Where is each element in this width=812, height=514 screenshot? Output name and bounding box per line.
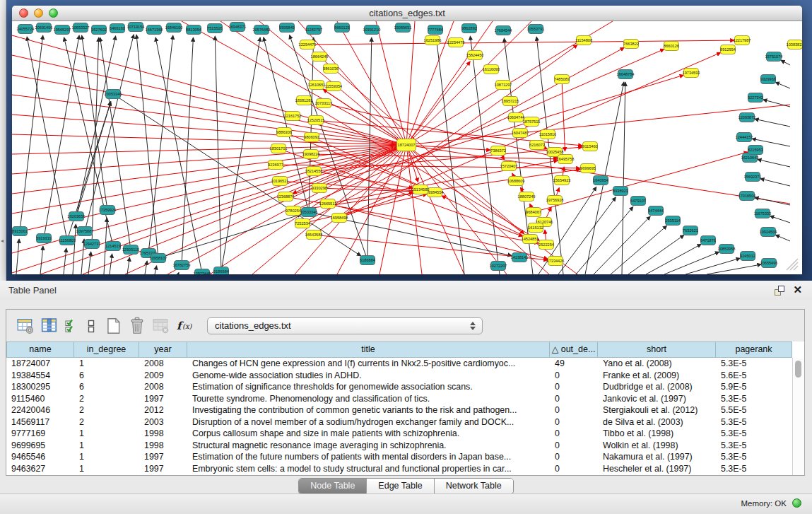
- graph-node[interactable]: 20576482: [253, 25, 271, 35]
- graph-node[interactable]: 14524851: [522, 235, 539, 244]
- graph-node[interactable]: 11675333: [754, 209, 771, 218]
- graph-node[interactable]: 9236977: [268, 160, 283, 170]
- graph-node[interactable]: 7515526: [207, 24, 223, 33]
- graph-node[interactable]: 16543588: [305, 230, 323, 240]
- graph-node[interactable]: 8215953: [748, 146, 763, 155]
- graph-node[interactable]: 9699695: [580, 164, 596, 173]
- graph-node[interactable]: 16946371: [229, 23, 247, 32]
- graph-node[interactable]: 17016504: [739, 192, 756, 201]
- graph-node[interactable]: 16846100: [165, 23, 183, 33]
- graph-node[interactable]: 20691406: [35, 23, 53, 33]
- graph-node[interactable]: 12254470: [299, 40, 317, 49]
- function-builder-button[interactable]: f (x): [173, 315, 197, 337]
- graph-node[interactable]: 9684067: [526, 208, 541, 217]
- graph-node[interactable]: 7777484: [428, 25, 443, 35]
- graph-node[interactable]: 8912954: [720, 45, 736, 54]
- graph-node[interactable]: 16495758: [557, 155, 575, 164]
- close-panel-icon[interactable]: ✕: [793, 284, 802, 296]
- graph-node[interactable]: 9330298: [312, 184, 327, 193]
- column-header-title[interactable]: title: [187, 341, 550, 358]
- show-columns-button[interactable]: [37, 315, 61, 337]
- clear-selection-button[interactable]: [81, 315, 101, 337]
- graph-node[interactable]: 9595849: [279, 23, 295, 33]
- graph-node[interactable]: 12217987: [734, 36, 751, 45]
- graph-node[interactable]: 17684544: [495, 26, 512, 35]
- graph-node[interactable]: 16251986: [424, 36, 442, 45]
- zoom-window-button[interactable]: [49, 8, 58, 18]
- graph-node[interactable]: 12368874: [277, 192, 295, 201]
- graph-node[interactable]: 7252534: [295, 219, 310, 228]
- tab-edge-table[interactable]: Edge Table: [367, 479, 434, 493]
- graph-node[interactable]: 6186884: [360, 256, 375, 265]
- graph-node[interactable]: 20533346: [300, 208, 318, 217]
- graph-node[interactable]: 10871297: [495, 81, 512, 90]
- graph-node[interactable]: 12923448: [194, 269, 211, 275]
- graph-node[interactable]: 15134585: [412, 185, 430, 194]
- graph-node[interactable]: 9329966: [760, 75, 776, 84]
- graph-node[interactable]: 9862892: [461, 24, 477, 33]
- graph-node[interactable]: 14671368: [146, 25, 163, 35]
- graph-node[interactable]: 12665512: [319, 199, 337, 209]
- graph-node[interactable]: 10655496: [760, 259, 778, 268]
- graph-node[interactable]: 11156803: [59, 236, 76, 245]
- graph-node[interactable]: 10975887: [76, 227, 94, 236]
- graph-node[interactable]: 7485083: [554, 75, 570, 84]
- graph-node[interactable]: 9861036: [323, 64, 339, 74]
- column-header-year[interactable]: year: [139, 341, 187, 358]
- graph-node[interactable]: 16116093: [483, 65, 500, 74]
- graph-node[interactable]: 9227342: [748, 93, 763, 103]
- graph-node[interactable]: 8660126: [664, 42, 679, 51]
- graph-node[interactable]: 8915061: [12, 227, 28, 236]
- graph-node[interactable]: 8938923: [613, 187, 628, 196]
- table-row[interactable]: 977716911998Corpus callosum shape and si…: [6, 428, 792, 440]
- graph-node[interactable]: 8471876: [700, 236, 716, 245]
- graph-node[interactable]: 18301701: [270, 144, 288, 153]
- graph-node[interactable]: 9886306: [276, 128, 292, 137]
- column-header-name[interactable]: name: [6, 341, 74, 358]
- minimize-window-button[interactable]: [34, 8, 43, 18]
- graph-node[interactable]: 12161752: [284, 112, 302, 121]
- graph-node[interactable]: 1640954: [593, 176, 608, 185]
- column-header-in_degree[interactable]: in_degree: [74, 341, 139, 358]
- graph-node[interactable]: 18724007: [397, 139, 416, 151]
- select-all-button[interactable]: [61, 315, 81, 337]
- graph-node[interactable]: 1214519: [105, 242, 121, 251]
- graph-node[interactable]: 10719154: [127, 23, 145, 32]
- graph-node[interactable]: 17359924: [99, 206, 117, 215]
- graph-node[interactable]: 18664249: [311, 52, 329, 62]
- column-header-short[interactable]: short: [598, 341, 716, 358]
- graph-node[interactable]: 16958498: [331, 214, 348, 223]
- graph-node[interactable]: 9186984: [213, 267, 229, 275]
- graph-node[interactable]: 19098224: [302, 150, 320, 159]
- graph-node[interactable]: 11154808: [575, 36, 592, 45]
- graph-node[interactable]: 18807249: [518, 192, 536, 201]
- graph-node[interactable]: 10653327: [72, 23, 90, 33]
- graph-node[interactable]: 19565297: [54, 25, 71, 35]
- graph-node[interactable]: 10196521: [271, 177, 289, 186]
- graph-node[interactable]: 2522254: [539, 240, 554, 250]
- graph-node[interactable]: 18381281: [295, 96, 313, 105]
- graph-node[interactable]: 6216073: [529, 141, 545, 150]
- graph-node[interactable]: 3919319: [36, 234, 52, 243]
- table-row[interactable]: 2242004622012Investigating the contribut…: [6, 404, 792, 416]
- graph-node[interactable]: 20733117: [315, 99, 332, 108]
- graph-node[interactable]: 1527602: [91, 25, 107, 35]
- graph-node[interactable]: 10272207: [490, 262, 507, 271]
- graph-node[interactable]: 15824450: [466, 51, 484, 60]
- graph-node[interactable]: 16648784: [617, 70, 635, 79]
- graph-node[interactable]: 12444157: [736, 133, 753, 142]
- graph-node[interactable]: 12942737: [83, 240, 101, 249]
- graph-node[interactable]: 11015816: [539, 130, 556, 139]
- graph-node[interactable]: 10391210: [363, 25, 381, 35]
- tab-node-table[interactable]: Node Table: [299, 479, 367, 493]
- graph-node[interactable]: 20053346: [105, 90, 122, 99]
- delete-column-button[interactable]: [125, 315, 149, 337]
- graph-node[interactable]: 6466160: [110, 24, 125, 33]
- network-canvas[interactable]: 2405572420691406195652971065332715276026…: [12, 21, 802, 274]
- collapsed-side-panel[interactable]: ◂: [0, 0, 6, 281]
- graph-node[interactable]: 17334426: [547, 257, 565, 266]
- tab-network-table[interactable]: Network Table: [435, 479, 513, 493]
- network-window[interactable]: citations_edges.txt 24055724206914061956…: [12, 6, 802, 274]
- table-row[interactable]: 946362711997Embryonic stem cells: a mode…: [6, 463, 792, 475]
- graph-node[interactable]: 7386372: [490, 146, 506, 156]
